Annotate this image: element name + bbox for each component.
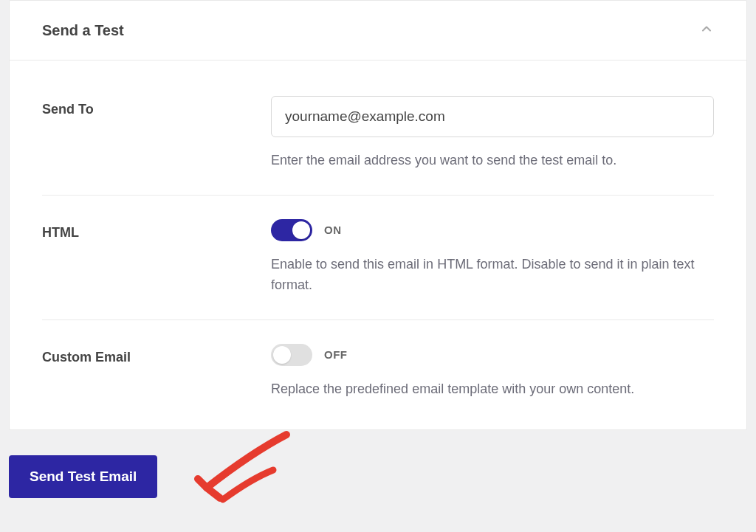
custom-email-toggle-state: OFF <box>324 348 348 361</box>
html-label: HTML <box>42 219 271 296</box>
send-test-panel: Send a Test Send To Enter the email addr… <box>9 0 747 430</box>
send-to-content: Enter the email address you want to send… <box>271 96 714 171</box>
custom-email-toggle[interactable] <box>271 344 312 366</box>
custom-email-content: OFF Replace the predefined email templat… <box>271 344 714 400</box>
panel-title: Send a Test <box>42 22 124 39</box>
html-row: HTML ON Enable to send this email in HTM… <box>42 196 714 320</box>
html-content: ON Enable to send this email in HTML for… <box>271 219 714 296</box>
send-to-label: Send To <box>42 96 271 171</box>
toggle-knob <box>273 346 291 364</box>
panel-header[interactable]: Send a Test <box>10 1 746 61</box>
custom-email-row: Custom Email OFF Replace the predefined … <box>42 320 714 400</box>
send-to-row: Send To Enter the email address you want… <box>42 72 714 196</box>
send-test-email-button[interactable]: Send Test Email <box>9 455 157 498</box>
send-to-helper: Enter the email address you want to send… <box>271 151 714 171</box>
custom-email-label: Custom Email <box>42 344 271 400</box>
html-toggle[interactable] <box>271 219 312 241</box>
toggle-knob <box>292 221 310 239</box>
html-helper: Enable to send this email in HTML format… <box>271 255 714 296</box>
html-toggle-state: ON <box>324 224 342 236</box>
custom-email-toggle-wrap: OFF <box>271 344 714 366</box>
panel-body: Send To Enter the email address you want… <box>10 61 746 429</box>
html-toggle-wrap: ON <box>271 219 714 241</box>
chevron-up-icon <box>699 21 714 39</box>
send-to-input[interactable] <box>271 96 714 137</box>
custom-email-helper: Replace the predefined email template wi… <box>271 379 714 400</box>
arrow-annotation-icon <box>192 427 295 516</box>
footer-actions: Send Test Email <box>9 455 747 498</box>
